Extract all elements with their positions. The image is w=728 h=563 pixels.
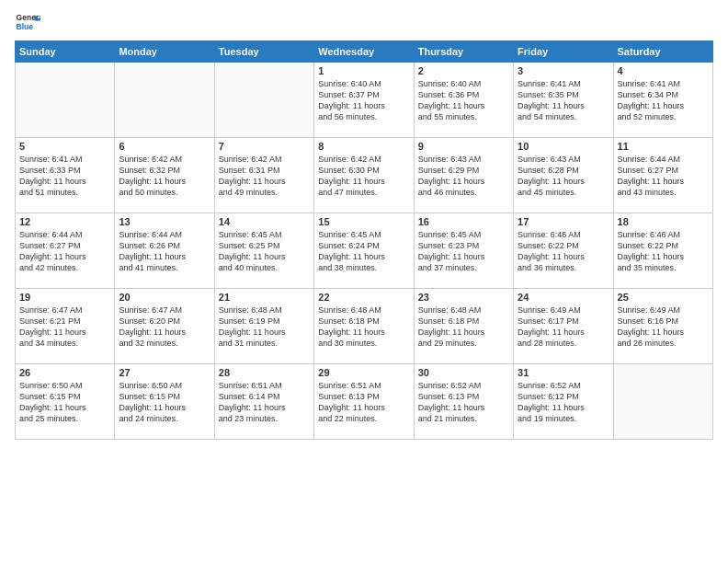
- day-info: Sunrise: 6:47 AM Sunset: 6:21 PM Dayligh…: [19, 304, 110, 350]
- day-number: 27: [119, 367, 210, 378]
- day-cell: 21Sunrise: 6:48 AM Sunset: 6:19 PM Dayli…: [214, 289, 313, 364]
- day-number: 19: [19, 292, 110, 303]
- svg-text:Blue: Blue: [17, 22, 34, 31]
- logo: General Blue: [15, 9, 40, 35]
- day-number: 4: [618, 65, 709, 76]
- day-info: Sunrise: 6:41 AM Sunset: 6:33 PM Dayligh…: [19, 154, 110, 199]
- day-number: 10: [518, 141, 609, 152]
- day-cell: 19Sunrise: 6:47 AM Sunset: 6:21 PM Dayli…: [16, 289, 115, 364]
- day-number: 20: [119, 292, 210, 303]
- day-info: Sunrise: 6:41 AM Sunset: 6:35 PM Dayligh…: [518, 78, 609, 123]
- day-info: Sunrise: 6:43 AM Sunset: 6:29 PM Dayligh…: [418, 154, 509, 199]
- day-cell: [16, 63, 115, 138]
- calendar-table: SundayMondayTuesdayWednesdayThursdayFrid…: [15, 40, 713, 440]
- week-row-4: 19Sunrise: 6:47 AM Sunset: 6:21 PM Dayli…: [16, 289, 713, 364]
- col-header-saturday: Saturday: [613, 41, 712, 63]
- day-cell: 26Sunrise: 6:50 AM Sunset: 6:15 PM Dayli…: [16, 364, 115, 440]
- day-number: 7: [219, 141, 310, 152]
- day-number: 15: [318, 216, 409, 227]
- day-info: Sunrise: 6:52 AM Sunset: 6:13 PM Dayligh…: [418, 380, 509, 425]
- day-info: Sunrise: 6:48 AM Sunset: 6:19 PM Dayligh…: [219, 304, 310, 350]
- logo-icon: General Blue: [15, 9, 40, 35]
- day-number: 8: [318, 141, 409, 152]
- day-number: 29: [318, 367, 409, 378]
- day-info: Sunrise: 6:44 AM Sunset: 6:27 PM Dayligh…: [19, 229, 110, 274]
- day-info: Sunrise: 6:45 AM Sunset: 6:25 PM Dayligh…: [219, 229, 310, 274]
- day-cell: 12Sunrise: 6:44 AM Sunset: 6:27 PM Dayli…: [16, 213, 115, 289]
- week-row-5: 26Sunrise: 6:50 AM Sunset: 6:15 PM Dayli…: [16, 364, 713, 440]
- day-number: 23: [418, 292, 509, 303]
- col-header-tuesday: Tuesday: [214, 41, 313, 63]
- day-number: 16: [418, 216, 509, 227]
- col-header-wednesday: Wednesday: [314, 41, 414, 63]
- day-info: Sunrise: 6:50 AM Sunset: 6:15 PM Dayligh…: [19, 380, 110, 425]
- day-cell: 6Sunrise: 6:42 AM Sunset: 6:32 PM Daylig…: [115, 138, 214, 213]
- day-cell: 31Sunrise: 6:52 AM Sunset: 6:12 PM Dayli…: [514, 364, 613, 440]
- day-cell: [613, 364, 712, 440]
- col-header-friday: Friday: [514, 41, 613, 63]
- day-number: 5: [19, 141, 110, 152]
- day-info: Sunrise: 6:47 AM Sunset: 6:20 PM Dayligh…: [119, 304, 210, 350]
- day-info: Sunrise: 6:46 AM Sunset: 6:22 PM Dayligh…: [618, 229, 709, 274]
- day-cell: 25Sunrise: 6:49 AM Sunset: 6:16 PM Dayli…: [613, 289, 712, 364]
- day-info: Sunrise: 6:42 AM Sunset: 6:30 PM Dayligh…: [318, 154, 409, 199]
- day-cell: 1Sunrise: 6:40 AM Sunset: 6:37 PM Daylig…: [314, 63, 414, 138]
- day-number: 18: [618, 216, 709, 227]
- day-cell: 11Sunrise: 6:44 AM Sunset: 6:27 PM Dayli…: [613, 138, 712, 213]
- day-cell: 30Sunrise: 6:52 AM Sunset: 6:13 PM Dayli…: [414, 364, 513, 440]
- day-info: Sunrise: 6:49 AM Sunset: 6:17 PM Dayligh…: [518, 304, 609, 350]
- day-info: Sunrise: 6:40 AM Sunset: 6:37 PM Dayligh…: [318, 78, 409, 123]
- day-number: 31: [518, 367, 609, 378]
- day-info: Sunrise: 6:44 AM Sunset: 6:27 PM Dayligh…: [618, 154, 709, 199]
- page: General Blue SundayMondayTuesdayWednesda…: [0, 0, 728, 563]
- day-info: Sunrise: 6:40 AM Sunset: 6:36 PM Dayligh…: [418, 78, 509, 123]
- day-number: 9: [418, 141, 509, 152]
- day-cell: 15Sunrise: 6:45 AM Sunset: 6:24 PM Dayli…: [314, 213, 414, 289]
- week-row-2: 5Sunrise: 6:41 AM Sunset: 6:33 PM Daylig…: [16, 138, 713, 213]
- day-info: Sunrise: 6:49 AM Sunset: 6:16 PM Dayligh…: [618, 304, 709, 350]
- day-cell: 17Sunrise: 6:46 AM Sunset: 6:22 PM Dayli…: [514, 213, 613, 289]
- day-number: 26: [19, 367, 110, 378]
- day-number: 14: [219, 216, 310, 227]
- day-number: 12: [19, 216, 110, 227]
- col-header-sunday: Sunday: [16, 41, 115, 63]
- day-info: Sunrise: 6:43 AM Sunset: 6:28 PM Dayligh…: [518, 154, 609, 199]
- day-info: Sunrise: 6:51 AM Sunset: 6:14 PM Dayligh…: [219, 380, 310, 425]
- day-cell: [115, 63, 214, 138]
- day-number: 13: [119, 216, 210, 227]
- day-info: Sunrise: 6:44 AM Sunset: 6:26 PM Dayligh…: [119, 229, 210, 274]
- day-info: Sunrise: 6:50 AM Sunset: 6:15 PM Dayligh…: [119, 380, 210, 425]
- day-cell: 5Sunrise: 6:41 AM Sunset: 6:33 PM Daylig…: [16, 138, 115, 213]
- day-info: Sunrise: 6:52 AM Sunset: 6:12 PM Dayligh…: [518, 380, 609, 425]
- day-info: Sunrise: 6:48 AM Sunset: 6:18 PM Dayligh…: [418, 304, 509, 350]
- day-number: 3: [518, 65, 609, 76]
- day-info: Sunrise: 6:41 AM Sunset: 6:34 PM Dayligh…: [618, 78, 709, 123]
- day-cell: 18Sunrise: 6:46 AM Sunset: 6:22 PM Dayli…: [613, 213, 712, 289]
- day-info: Sunrise: 6:45 AM Sunset: 6:24 PM Dayligh…: [318, 229, 409, 274]
- day-cell: 10Sunrise: 6:43 AM Sunset: 6:28 PM Dayli…: [514, 138, 613, 213]
- day-cell: 2Sunrise: 6:40 AM Sunset: 6:36 PM Daylig…: [414, 63, 513, 138]
- day-info: Sunrise: 6:46 AM Sunset: 6:22 PM Dayligh…: [518, 229, 609, 274]
- day-cell: [214, 63, 313, 138]
- day-number: 1: [318, 65, 409, 76]
- day-number: 17: [518, 216, 609, 227]
- day-cell: 4Sunrise: 6:41 AM Sunset: 6:34 PM Daylig…: [613, 63, 712, 138]
- day-number: 22: [318, 292, 409, 303]
- day-cell: 28Sunrise: 6:51 AM Sunset: 6:14 PM Dayli…: [214, 364, 313, 440]
- day-cell: 7Sunrise: 6:42 AM Sunset: 6:31 PM Daylig…: [214, 138, 313, 213]
- col-header-thursday: Thursday: [414, 41, 513, 63]
- day-cell: 16Sunrise: 6:45 AM Sunset: 6:23 PM Dayli…: [414, 213, 513, 289]
- header: General Blue: [15, 9, 713, 35]
- week-row-3: 12Sunrise: 6:44 AM Sunset: 6:27 PM Dayli…: [16, 213, 713, 289]
- day-info: Sunrise: 6:51 AM Sunset: 6:13 PM Dayligh…: [318, 380, 409, 425]
- day-number: 30: [418, 367, 509, 378]
- col-header-monday: Monday: [115, 41, 214, 63]
- week-row-1: 1Sunrise: 6:40 AM Sunset: 6:37 PM Daylig…: [16, 63, 713, 138]
- day-number: 11: [618, 141, 709, 152]
- day-cell: 3Sunrise: 6:41 AM Sunset: 6:35 PM Daylig…: [514, 63, 613, 138]
- day-number: 28: [219, 367, 310, 378]
- day-info: Sunrise: 6:42 AM Sunset: 6:32 PM Dayligh…: [119, 154, 210, 199]
- day-cell: 9Sunrise: 6:43 AM Sunset: 6:29 PM Daylig…: [414, 138, 513, 213]
- day-cell: 24Sunrise: 6:49 AM Sunset: 6:17 PM Dayli…: [514, 289, 613, 364]
- day-number: 21: [219, 292, 310, 303]
